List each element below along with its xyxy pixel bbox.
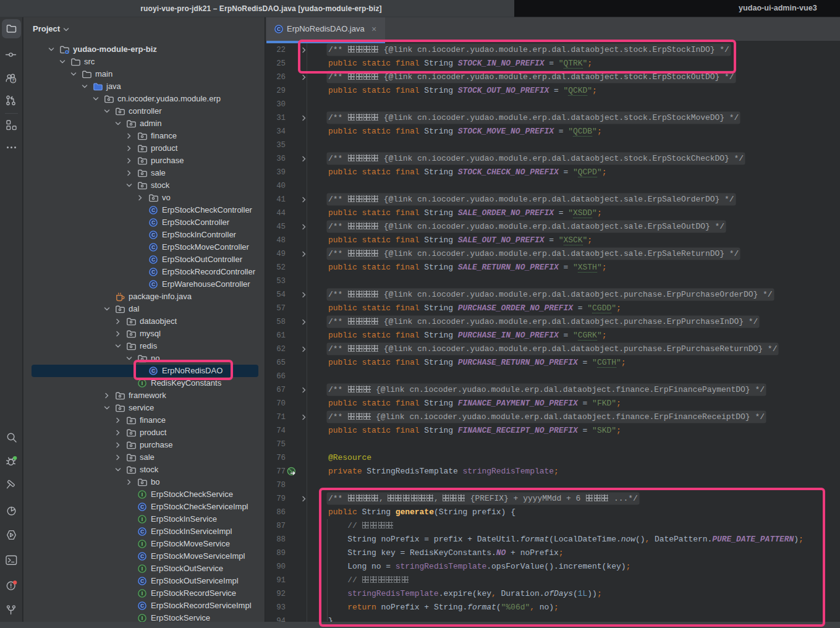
svg-text:C: C <box>140 578 144 584</box>
svg-text:?: ? <box>12 77 15 83</box>
svg-text:C: C <box>277 26 281 32</box>
svg-text:C: C <box>151 244 155 250</box>
svg-text:I: I <box>142 516 143 522</box>
svg-text:C: C <box>140 603 144 609</box>
svg-text:I: I <box>142 491 143 498</box>
svg-text:C: C <box>151 219 155 226</box>
svg-text:C: C <box>151 257 155 263</box>
svg-text:C: C <box>140 528 144 535</box>
svg-text:C: C <box>151 232 155 238</box>
svg-text:I: I <box>142 541 143 547</box>
svg-text:C: C <box>140 504 144 510</box>
svg-text:C: C <box>151 269 155 275</box>
svg-text:I: I <box>142 590 143 596</box>
svg-text:I: I <box>142 380 143 386</box>
svg-text:C: C <box>140 553 144 559</box>
svg-text:C: C <box>151 281 155 287</box>
svg-text:C: C <box>151 207 155 213</box>
svg-text:I: I <box>142 615 143 621</box>
svg-text:I: I <box>142 566 143 572</box>
